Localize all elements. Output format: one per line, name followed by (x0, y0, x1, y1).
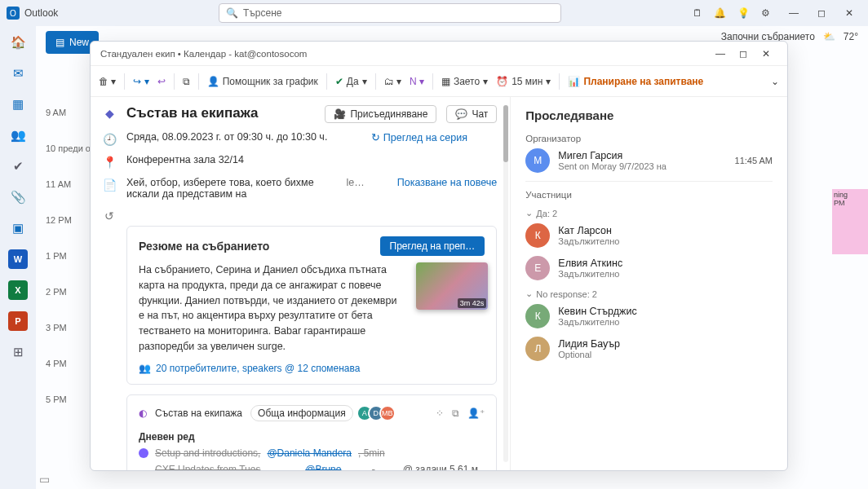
scheduling-poll-button[interactable]: 📊 Планиране на запитване (568, 76, 703, 87)
app-titlebar: O Outlook 🔍 Търсене 🗒 🔔 💡 ⚙ — ◻ ✕ (0, 0, 868, 26)
view-recap-button[interactable]: Преглед на преп… (380, 236, 485, 256)
attendee-name: Лидия Бауър (558, 338, 620, 350)
join-label: Присъединяване (350, 108, 427, 120)
excel-icon[interactable]: X (8, 280, 28, 300)
attendee-role: Optional (558, 350, 620, 359)
meeting-toolbar: 🗑 ▾ ↪ ▾ ↩ ⧉ 👤 Помощник за график ✔ Да ▾ … (91, 66, 787, 97)
bookmark-icon[interactable]: ▣ (8, 218, 28, 238)
meeting-summary-card: Резюме на събранието Преглед на преп… На… (126, 226, 497, 385)
outlook-icon: O (7, 7, 20, 20)
attendees-label: Участници (525, 190, 773, 200)
show-more-link[interactable]: Показване на повече (397, 177, 498, 188)
delete-button[interactable]: 🗑 ▾ (99, 76, 116, 87)
new-event-label: New (69, 37, 89, 48)
response-yes-button[interactable]: ✔ Да ▾ (335, 76, 367, 87)
reply-button[interactable]: ↩ (157, 76, 166, 87)
yes-group-header[interactable]: ⌄ Да: 2 (525, 208, 773, 218)
window-close-button[interactable]: ✕ (755, 44, 777, 64)
share-icon[interactable]: 👤⁺ (467, 408, 485, 419)
scheduling-assistant-button[interactable]: 👤 Помощник за график (207, 76, 318, 87)
weather-temp: 72° (844, 31, 858, 42)
notes-icon: 📄 (102, 177, 117, 192)
attendee-name: Кевин Стърджис (558, 306, 636, 317)
agenda-tail: , 40m (372, 464, 396, 471)
loop-title: Състав на екипажа (155, 408, 242, 419)
attendee-row[interactable]: Е Елвия Аткинс Задължително (525, 256, 773, 280)
clock-icon: 🕘 (102, 131, 117, 146)
agenda-heading: Дневен ред (139, 431, 485, 443)
search-placeholder: Търсене (243, 7, 281, 19)
close-button[interactable]: ✕ (837, 3, 861, 23)
meeting-window: Стандуален екип • Календар - kat@contoso… (90, 41, 788, 471)
attendee-name: Кат Ларсон (558, 225, 619, 236)
qr-icon[interactable]: ⁘ (436, 408, 444, 419)
home-icon[interactable]: 🏠 (8, 33, 28, 52)
toolbar-overflow-button[interactable]: ⌄ (771, 76, 779, 87)
onenote-button[interactable]: N ▾ (410, 76, 424, 87)
organizer-label: Организатор (525, 134, 773, 143)
summary-mentions[interactable]: 👥 20 потребителите, speakers @ 12 спомен… (139, 363, 485, 374)
checkmark-icon[interactable]: ✔ (8, 156, 28, 176)
scrollbar-thumb[interactable] (503, 105, 508, 162)
window-maximize-button[interactable]: ◻ (732, 44, 755, 64)
more-apps-icon[interactable]: ⊞ (8, 342, 28, 362)
show-as-button[interactable]: ▦ Заето ▾ (441, 76, 488, 87)
chevron-down-icon: ⌄ (525, 208, 533, 218)
window-minimize-button[interactable]: — (709, 44, 732, 64)
notes-icon[interactable]: 🗒 (693, 7, 702, 19)
maximize-button[interactable]: ◻ (809, 3, 834, 23)
chat-button[interactable]: 💬 Чат (446, 105, 497, 123)
minimize-button[interactable]: — (782, 3, 806, 23)
left-nav-rail: 🏠 ✉ ▦ 👥 ✔ 📎 ▣ W X P ⊞ (0, 26, 36, 489)
view-series-link[interactable]: ↻ Преглед на серия (371, 131, 467, 143)
meeting-title: Състав на екипажа (126, 105, 258, 121)
mentions-text: 20 потребителите, speakers @ 12 споменав… (156, 363, 360, 374)
organizer-row[interactable]: М Мигел Гарсия Sent on Moray 9/7/2023 на… (525, 148, 773, 173)
bell-icon[interactable]: 🔔 (714, 7, 726, 19)
word-icon[interactable]: W (8, 249, 28, 269)
check-icon: ✔ (335, 76, 343, 87)
files-icon[interactable]: 📎 (8, 187, 28, 207)
mail-icon[interactable]: ✉ (8, 64, 28, 83)
no-response-group-header[interactable]: ⌄ No response: 2 (525, 289, 773, 299)
join-button[interactable]: 🎥 Присъединяване (325, 105, 436, 123)
attendee-row[interactable]: К Кат Ларсон Задължително (525, 223, 773, 248)
weather-icon: ⛅ (823, 31, 835, 42)
footer-glyph: ▭ (39, 473, 50, 486)
poll-icon: 📊 (568, 76, 580, 87)
loop-icon: ◐ (139, 408, 147, 419)
meeting-window-title: Стандуален екип • Календар - kat@contoso… (91, 42, 787, 66)
agenda-extra: @ задачи 5 61 м в (403, 464, 485, 471)
agenda-tail: , 5min (358, 447, 385, 459)
attendee-name: Елвия Аткинс (558, 258, 622, 269)
avatar-stack[interactable]: A D MB (361, 405, 396, 421)
alarm-icon: ⏰ (496, 76, 508, 87)
reminder-button[interactable]: ⏰ 15 мин ▾ (496, 76, 551, 87)
agenda-mention[interactable]: @Bruno Zhao (305, 464, 365, 471)
people-icon[interactable]: 👥 (8, 126, 28, 145)
agenda-item[interactable]: CXE Updates from Tues meeting, @Bruno Zh… (139, 464, 485, 471)
scheduling-poll-label: Планиране на запитване (583, 76, 703, 87)
powerpoint-icon[interactable]: P (8, 311, 28, 331)
body-trunc: le… (347, 177, 365, 188)
tracking-panel: Проследяване Организатор М Мигел Гарсия … (511, 97, 787, 470)
loop-tab[interactable]: Обща информация (250, 405, 353, 421)
calendar-event-peek[interactable]: ning PM (832, 189, 868, 254)
search-input[interactable]: 🔍 Търсене (219, 3, 561, 23)
attendee-row[interactable]: Л Лидия Бауър Optional (525, 337, 773, 361)
organizer-name: Мигел Гарсия (558, 150, 666, 161)
meeting-location: Конферентна зала 32/14 (126, 154, 244, 165)
forward-button[interactable]: ↪ ▾ (133, 76, 148, 87)
recording-thumbnail[interactable]: 3m 42s (416, 262, 488, 310)
lightbulb-icon[interactable]: 💡 (737, 7, 750, 19)
agenda-mention[interactable]: @Daniela Mandera (267, 447, 352, 459)
calendar-icon[interactable]: ▦ (8, 95, 28, 114)
settings-icon[interactable]: ⚙ (761, 7, 770, 19)
yes-group-label: Да: 2 (536, 209, 557, 218)
categorize-button[interactable]: 🗂 ▾ (384, 76, 401, 87)
attendee-row[interactable]: К Кевин Стърджис Задължително (525, 304, 773, 328)
copy-component-icon[interactable]: ⧉ (452, 408, 459, 419)
agenda-item[interactable]: Setup and introductions, @Daniela Mander… (139, 447, 485, 459)
copy-button[interactable]: ⧉ (183, 76, 190, 87)
search-container: 🔍 Търсене (219, 3, 561, 23)
